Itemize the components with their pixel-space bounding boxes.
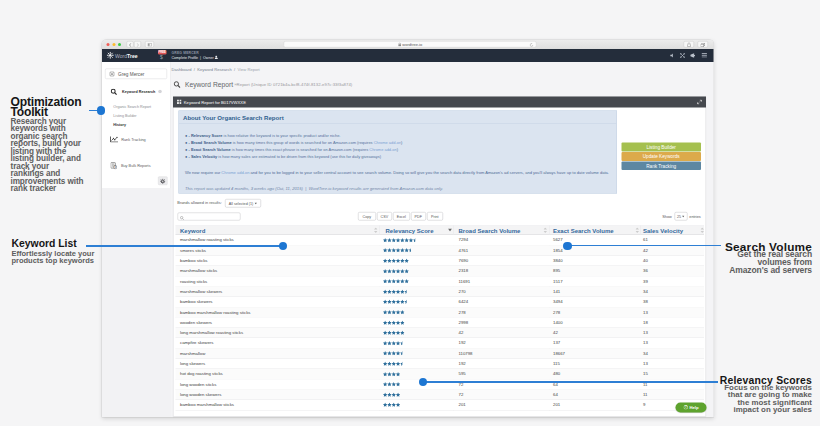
svg-text:$: $	[114, 165, 116, 169]
svg-text:?: ?	[684, 406, 686, 410]
